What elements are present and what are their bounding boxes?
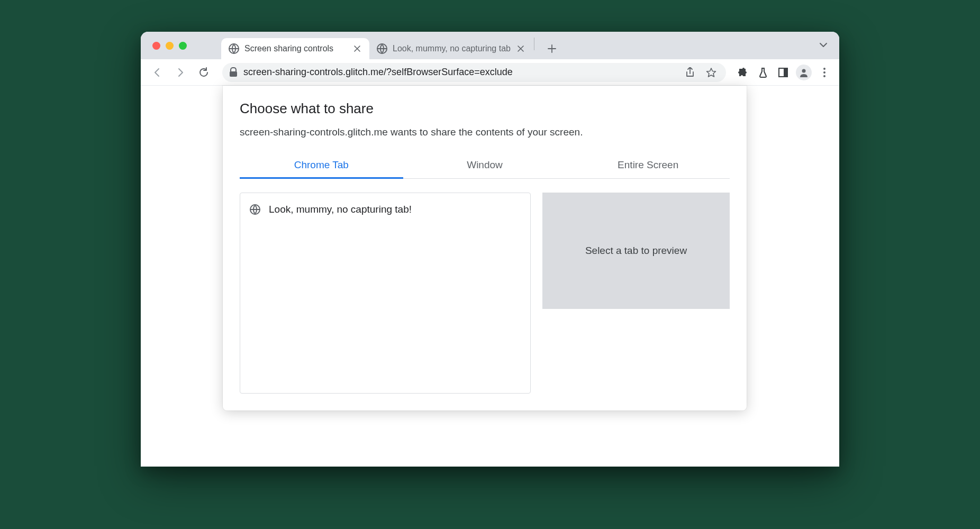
close-tab-button[interactable] [516,44,525,53]
maximize-window-button[interactable] [179,42,187,50]
browser-window: Screen sharing controls Look, mummy, no … [141,32,839,467]
screen-share-dialog: Choose what to share screen-sharing-cont… [223,86,747,411]
side-panel-icon[interactable] [776,65,791,80]
svg-rect-1 [784,68,787,77]
labs-flask-icon[interactable] [756,65,770,80]
shareable-tab-item[interactable]: Look, mummy, no capturing tab! [250,200,521,218]
new-tab-button[interactable] [542,40,559,57]
browser-tab-active[interactable]: Screen sharing controls [221,38,369,59]
window-controls [152,42,187,50]
svg-point-5 [823,75,825,77]
close-tab-button[interactable] [352,44,362,53]
menu-dots-icon[interactable] [817,65,832,80]
extensions-puzzle-icon[interactable] [736,65,750,80]
share-tab-entire-screen[interactable]: Entire Screen [566,153,730,179]
tab-separator [534,38,534,50]
browser-tab-inactive[interactable]: Look, mummy, no capturing tab [369,38,533,59]
dialog-subtitle: screen-sharing-controls.glitch.me wants … [240,126,730,138]
share-url-icon[interactable] [683,65,697,80]
reload-button[interactable] [195,63,213,81]
tabs-dropdown-button[interactable] [819,42,828,48]
shareable-tab-list: Look, mummy, no capturing tab! [240,193,531,394]
back-button[interactable] [148,63,166,81]
tab-title: Screen sharing controls [244,44,347,53]
address-bar[interactable]: screen-sharing-controls.glitch.me/?selfB… [222,63,726,82]
share-source-tabs: Chrome Tab Window Entire Screen [240,153,730,179]
lock-icon [230,68,237,77]
minimize-window-button[interactable] [166,42,174,50]
globe-icon [229,43,239,54]
titlebar: Screen sharing controls Look, mummy, no … [141,32,839,59]
globe-icon [377,43,387,54]
globe-icon [250,204,260,215]
svg-point-2 [802,69,806,72]
tab-title: Look, mummy, no capturing tab [393,44,511,53]
forward-button[interactable] [171,63,189,81]
dialog-title: Choose what to share [240,101,730,117]
page-content: Choose what to share screen-sharing-cont… [141,86,839,467]
bookmark-star-icon[interactable] [704,65,719,80]
preview-placeholder: Select a tab to preview [585,245,687,257]
browser-tabs: Screen sharing controls Look, mummy, no … [221,32,559,59]
share-tab-chrome-tab[interactable]: Chrome Tab [240,153,403,179]
close-window-button[interactable] [152,42,160,50]
shareable-tab-label: Look, mummy, no capturing tab! [269,204,412,215]
svg-point-3 [823,68,825,70]
preview-pane: Select a tab to preview [542,193,730,309]
svg-point-4 [823,71,825,74]
share-body: Look, mummy, no capturing tab! Select a … [240,193,730,394]
share-tab-window[interactable]: Window [403,153,567,179]
toolbar: screen-sharing-controls.glitch.me/?selfB… [141,59,839,86]
profile-avatar[interactable] [796,65,812,80]
url-text: screen-sharing-controls.glitch.me/?selfB… [243,67,676,78]
